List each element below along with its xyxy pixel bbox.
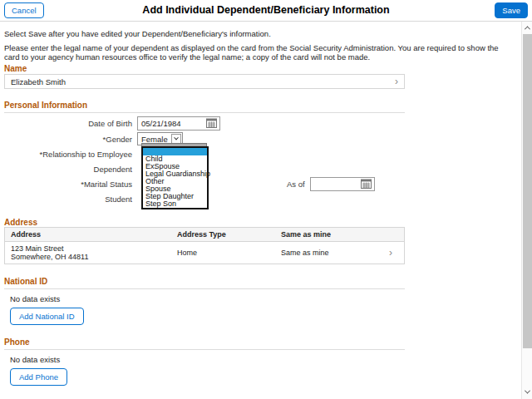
address-line-2: Somewhere, OH 44811 <box>11 253 165 262</box>
calendar-icon[interactable] <box>361 179 372 189</box>
chevron-right-icon: › <box>383 249 406 257</box>
relationship-dropdown-list[interactable]: Child ExSpouse Legal Guardianship Other … <box>141 146 209 209</box>
field-label-student: Student <box>4 195 137 204</box>
national-id-section-header: National ID <box>4 277 405 289</box>
field-label-as-of: As of <box>287 180 305 189</box>
cancel-button[interactable]: Cancel <box>4 2 44 18</box>
save-button[interactable]: Save <box>495 2 528 18</box>
page-title: Add Individual Dependent/Beneficiary Inf… <box>142 4 389 16</box>
address-line-1: 123 Main Street <box>11 244 165 254</box>
phone-section-header: Phone <box>4 337 405 350</box>
address-section-header: Address <box>4 218 521 227</box>
add-phone-button[interactable]: Add Phone <box>10 368 67 386</box>
dropdown-option[interactable]: Step Son <box>143 200 207 208</box>
personal-info-fields: Date of Birth 05/21/1984 *Gender Female … <box>4 115 405 206</box>
scrollbar-thumb[interactable] <box>523 34 532 348</box>
instruction-line-1: Select Save after you have edited your D… <box>4 29 521 38</box>
column-header-address: Address <box>5 230 171 239</box>
chevron-up-icon <box>525 26 530 32</box>
address-table: Address Address Type Same as mine 123 Ma… <box>4 227 405 264</box>
column-header-address-type: Address Type <box>171 230 275 239</box>
gender-value: Female <box>141 135 168 144</box>
scrollbar-up-arrow[interactable] <box>522 22 532 33</box>
chevron-down-icon <box>525 387 530 393</box>
address-table-header: Address Address Type Same as mine <box>5 228 404 242</box>
add-national-id-button[interactable]: Add National ID <box>10 308 84 325</box>
address-type-value: Home <box>171 249 275 257</box>
scrollbar[interactable] <box>521 22 532 399</box>
field-label-gender: *Gender <box>4 135 137 144</box>
column-header-same-as-mine: Same as mine <box>275 230 383 239</box>
field-label-relationship: *Relationship to Employee <box>4 150 137 159</box>
dob-value: 05/21/1984 <box>141 119 181 128</box>
calendar-icon[interactable] <box>206 118 217 128</box>
address-row[interactable]: 123 Main Street Somewhere, OH 44811 Home… <box>5 242 404 264</box>
scrollbar-down-arrow[interactable] <box>522 386 532 397</box>
phone-empty-text: No data exists <box>4 355 521 364</box>
dob-input[interactable]: 05/21/1984 <box>137 116 220 131</box>
personal-info-section-header: Personal Information <box>4 101 405 113</box>
instruction-line-2: Please enter the legal name of your depe… <box>4 43 510 62</box>
name-value: Elizabeth Smith <box>11 77 395 86</box>
same-as-mine-value: Same as mine <box>275 249 383 257</box>
header-bar: Cancel Add Individual Dependent/Benefici… <box>0 0 532 22</box>
name-section-header: Name <box>4 64 521 73</box>
field-label-date-of-birth: Date of Birth <box>4 119 137 128</box>
chevron-right-icon: › <box>395 77 398 86</box>
field-label-marital-status: *Marital Status <box>4 180 137 189</box>
national-id-empty-text: No data exists <box>4 294 521 303</box>
form-content: Select Save after you have edited your D… <box>4 22 521 399</box>
field-label-dependent: Dependent <box>4 165 137 174</box>
name-row[interactable]: Elizabeth Smith › <box>4 74 405 89</box>
as-of-input[interactable] <box>310 177 375 191</box>
